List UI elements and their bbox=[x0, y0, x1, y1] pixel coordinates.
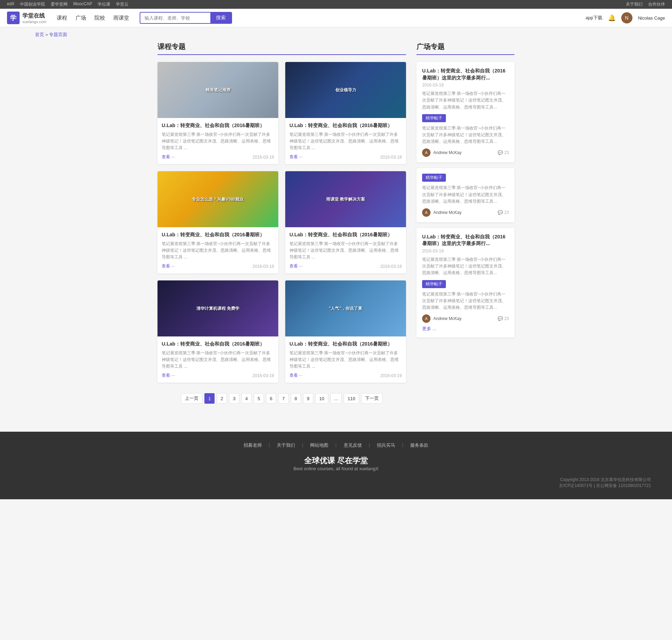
course-card-desc-0: 笔记展览馆第三季·第一场收官~小伙伴们再一次贡献了许多神级笔记！这些笔记图文并茂… bbox=[162, 131, 274, 152]
pagination: 上一页12345678910...110下一页 bbox=[158, 393, 406, 411]
topbar-aixuetang[interactable]: 爱学堂网 bbox=[51, 1, 68, 7]
sidebar-card-1-tag[interactable]: 精华帖子 bbox=[422, 114, 446, 122]
course-card-link-2[interactable]: 查看 ··· bbox=[162, 263, 175, 269]
topbar-edx[interactable]: edX bbox=[7, 1, 14, 7]
logo-main: 学堂在线 bbox=[22, 12, 46, 20]
course-card-img-0: 精美笔记推荐 bbox=[158, 62, 278, 118]
topbar-about[interactable]: 关于我们 bbox=[626, 1, 643, 7]
page-btn-3[interactable]: 3 bbox=[229, 393, 239, 404]
course-card-link-3[interactable]: 查看 ··· bbox=[289, 263, 302, 269]
page-btn-10[interactable]: 10 bbox=[315, 393, 328, 404]
sidebar-card-2-author: Andrew McKay bbox=[433, 210, 495, 215]
nav-course[interactable]: 课程 bbox=[57, 15, 67, 21]
page-prev[interactable]: 上一页 bbox=[181, 393, 202, 404]
app-download[interactable]: app下载 bbox=[586, 15, 602, 21]
nav-plaza[interactable]: 广场 bbox=[76, 15, 86, 21]
breadcrumb-home[interactable]: 首页 bbox=[35, 32, 44, 37]
sidebar-card-1-author-row: A Andrew McKay 💬 23 bbox=[422, 148, 509, 157]
course-card-footer-0: 查看 ··· 2016-03-19 bbox=[162, 154, 274, 160]
sidebar-card-1: U.Lab：转变商业、社会和自我（2016暑期班）这里的文字最多两行... 20… bbox=[416, 62, 514, 162]
course-card-footer-2: 查看 ··· 2016-03-19 bbox=[162, 263, 274, 269]
logo-icon: 学 bbox=[7, 12, 20, 24]
page-btn-8[interactable]: 8 bbox=[291, 393, 301, 404]
topbar-xuetangyun[interactable]: 学堂云 bbox=[116, 1, 128, 7]
sidebar-card-2-tag[interactable]: 精华帖子 bbox=[422, 174, 446, 182]
footer-link-recruit[interactable]: 招募老师 bbox=[244, 442, 262, 448]
sidebar-card-1-comments: 💬 23 bbox=[498, 150, 509, 155]
course-card-desc-1: 笔记展览馆第三季·第一场收官~小伙伴们再一次贡献了许多神级笔记！这些笔记图文并茂… bbox=[289, 131, 402, 152]
page-btn-...[interactable]: ... bbox=[330, 393, 342, 404]
sidebar-card-2-author-row: A Andrew McKay 💬 23 bbox=[422, 208, 509, 217]
course-card-link-1[interactable]: 查看 ··· bbox=[289, 154, 302, 160]
sidebar-card-3-title: U.Lab：转变商业、社会和自我（2016暑期班）这里的文字最多两行... bbox=[422, 234, 509, 247]
nav-yuke[interactable]: 雨课堂 bbox=[113, 15, 129, 21]
course-card-desc-5: 笔记展览馆第三季·第一场收官~小伙伴们再一次贡献了许多神级笔记！这些笔记图文并茂… bbox=[289, 350, 402, 370]
course-card-2: 专业怎么选？兴趣VS好就业 U.Lab：转变商业、社会和自我（2016暑期班） … bbox=[158, 171, 278, 273]
main-content: 课程专题 精美笔记推荐 U.Lab：转变商业、社会和自我（2016暑期班） 笔记… bbox=[144, 42, 528, 425]
sidebar-section-title: 广场专题 bbox=[416, 42, 514, 55]
footer-link-jobs[interactable]: 招兵买马 bbox=[377, 442, 395, 448]
page-btn-6[interactable]: 6 bbox=[266, 393, 276, 404]
sidebar-card-2-avatar: A bbox=[422, 208, 430, 217]
course-card-title-2: U.Lab：转变商业、社会和自我（2016暑期班） bbox=[162, 231, 274, 238]
footer-link-terms[interactable]: 服务条款 bbox=[410, 442, 428, 448]
topbar-chuangye[interactable]: 中国创业学院 bbox=[20, 1, 45, 7]
footer-links: 招募老师 | 关于我们 | 网站地图 | 意见反馈 | 招兵买马 | 服务条款 bbox=[7, 442, 665, 448]
course-card-link-0[interactable]: 查看 ··· bbox=[162, 154, 175, 160]
page-next[interactable]: 下一页 bbox=[361, 393, 383, 404]
course-card-body-4: U.Lab：转变商业、社会和自我（2016暑期班） 笔记展览馆第三季·第一场收官… bbox=[158, 336, 278, 383]
comment-icon-2: 💬 bbox=[498, 210, 503, 215]
footer-link-about[interactable]: 关于我们 bbox=[277, 442, 295, 448]
page-btn-4[interactable]: 4 bbox=[241, 393, 252, 404]
breadcrumb-sep: » bbox=[46, 32, 48, 37]
page-btn-1[interactable]: 1 bbox=[204, 393, 215, 404]
sidebar-card-1-tag-desc: 笔记展览馆第三季·第一场收官~小伙伴们再一次贡献了许多神级笔记！这些笔记图文并茂… bbox=[422, 125, 509, 145]
footer-sep-5: | bbox=[402, 442, 403, 448]
copyright-text: Copyright 2013-2016 北京慕华信息科技有限公司 bbox=[7, 477, 651, 483]
sidebar-card-3-author: Andrew McKay bbox=[433, 316, 495, 321]
nav-school[interactable]: 院校 bbox=[94, 15, 105, 21]
course-card-desc-4: 笔记展览馆第三季·第一场收官~小伙伴们再一次贡献了许多神级笔记！这些笔记图文并茂… bbox=[162, 350, 274, 370]
avatar: N bbox=[621, 12, 632, 23]
header-right: app下载 🔔 N Nicolas Cage bbox=[586, 12, 665, 23]
page-btn-9[interactable]: 9 bbox=[303, 393, 313, 404]
search-input[interactable] bbox=[140, 13, 210, 23]
comment-icon: 💬 bbox=[498, 150, 503, 155]
course-card-footer-4: 查看 ··· 2016-03-19 bbox=[162, 373, 274, 378]
sidebar-card-2-comments: 💬 23 bbox=[498, 210, 509, 215]
sidebar-card-1-date: 2016-03-19 bbox=[422, 83, 509, 88]
breadcrumb: 首页 » 专题页面 bbox=[0, 27, 672, 42]
course-card-date-0: 2016-03-19 bbox=[253, 155, 274, 160]
page-btn-110[interactable]: 110 bbox=[344, 393, 359, 404]
search-box: 搜索 bbox=[140, 12, 232, 24]
page-btn-5[interactable]: 5 bbox=[254, 393, 264, 404]
topbar-xuewei[interactable]: 学位课 bbox=[98, 1, 110, 7]
footer-link-sitemap[interactable]: 网站地图 bbox=[310, 442, 328, 448]
sidebar-card-3-desc: 笔记展览馆第三季·第一场收官~小伙伴们再一次贡献了许多神级笔记！这些笔记图文并茂… bbox=[422, 256, 509, 277]
logo[interactable]: 学 学堂在线 xuetangx.com bbox=[7, 12, 46, 24]
course-card-title-0: U.Lab：转变商业、社会和自我（2016暑期班） bbox=[162, 122, 274, 129]
search-button[interactable]: 搜索 bbox=[210, 13, 231, 23]
footer-link-feedback[interactable]: 意见反馈 bbox=[344, 442, 362, 448]
course-card-3: 雨课堂 教学解决方案 U.Lab：转变商业、社会和自我（2016暑期班） 笔记展… bbox=[285, 171, 406, 273]
course-card-body-3: U.Lab：转变商业、社会和自我（2016暑期班） 笔记展览馆第三季·第一场收官… bbox=[285, 227, 406, 273]
course-card-link-5[interactable]: 查看 ··· bbox=[289, 373, 302, 378]
sidebar-card-3-tag[interactable]: 精华帖子 bbox=[422, 280, 446, 288]
sidebar-card-1-avatar: A bbox=[422, 148, 430, 157]
page-btn-2[interactable]: 2 bbox=[217, 393, 227, 404]
top-bar-right: 关于我们 合作伙伴 bbox=[626, 1, 665, 7]
course-card-title-1: U.Lab：转变商业、社会和自我（2016暑期班） bbox=[289, 122, 402, 129]
sidebar-more-link[interactable]: 更多 ... bbox=[422, 326, 436, 332]
course-card-footer-5: 查看 ··· 2016-03-19 bbox=[289, 373, 402, 378]
topbar-partner[interactable]: 合作伙伴 bbox=[648, 1, 665, 7]
course-card-link-4[interactable]: 查看 ··· bbox=[162, 373, 175, 378]
course-section-title: 课程专题 bbox=[158, 42, 406, 55]
course-card-img-2: 专业怎么选？兴趣VS好就业 bbox=[158, 171, 278, 227]
page-btn-7[interactable]: 7 bbox=[278, 393, 288, 404]
footer-sep-1: | bbox=[269, 442, 270, 448]
sidebar-card-1-desc: 笔记展览馆第三季·第一场收官~小伙伴们再一次贡献了许多神级笔记！这些笔记图文并茂… bbox=[422, 90, 509, 111]
course-card-footer-1: 查看 ··· 2016-03-19 bbox=[289, 154, 402, 160]
topbar-mooccap[interactable]: MoocCAP bbox=[73, 1, 92, 7]
sidebar-card-2: 精华帖子 笔记展览馆第三季·第一场收官~小伙伴们再一次贡献了许多神级笔记！这些笔… bbox=[416, 168, 514, 222]
bell-icon[interactable]: 🔔 bbox=[608, 14, 616, 22]
